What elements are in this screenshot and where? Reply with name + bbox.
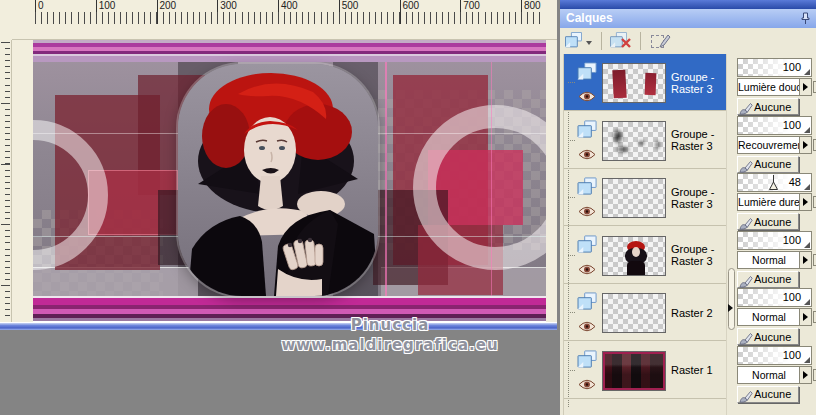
art-line — [385, 40, 387, 322]
palette-top-strip — [560, 0, 816, 9]
layer-thumbnail[interactable] — [602, 178, 666, 218]
delete-x-icon — [620, 37, 632, 49]
visibility-toggle-eye-icon[interactable] — [578, 376, 596, 387]
blend-mode-select[interactable]: Recouvrement — [737, 136, 812, 154]
tree-branch — [568, 82, 575, 83]
horizontal-ruler[interactable]: 0100200300400500600700800 — [12, 0, 557, 40]
tree-branch — [568, 255, 575, 256]
slider-corner-icon — [804, 184, 810, 190]
opacity-value: 100 — [783, 119, 801, 131]
link-button[interactable]: Aucune — [737, 386, 799, 403]
layer-thumbnail[interactable] — [602, 121, 666, 161]
layer-row[interactable]: Raster 2 — [564, 284, 727, 341]
art-line — [491, 40, 492, 322]
layer-name: Groupe - Raster 3 — [671, 54, 727, 111]
layer-type-icon — [578, 177, 599, 195]
layer-control-group: 100Lumière douceAucune — [735, 54, 816, 111]
blend-mode-value: Lumière dure — [738, 196, 800, 208]
blend-mode-select[interactable]: Normal — [737, 366, 812, 384]
art-rect — [33, 268, 198, 296]
layer-row[interactable]: Groupe - Raster 3 — [564, 169, 727, 226]
layer-thumbnail[interactable] — [602, 63, 666, 103]
opacity-slider[interactable]: 100 — [737, 346, 812, 365]
layer-type-icon — [578, 235, 599, 253]
layer-row[interactable]: Groupe - Raster 3 — [564, 112, 727, 169]
splitter-handle[interactable] — [728, 268, 735, 330]
slider-corner-icon — [804, 299, 810, 305]
visibility-toggle-eye-icon[interactable] — [578, 261, 596, 272]
layer-thumbnail[interactable] — [602, 293, 666, 333]
visibility-toggle-eye-icon[interactable] — [578, 203, 596, 214]
watermark-url: www.maldiregrafica.eu — [220, 336, 560, 354]
visibility-toggle-eye-icon[interactable] — [578, 318, 596, 329]
slider-corner-icon — [804, 242, 810, 248]
layer-control-group: 100RecouvrementAucune — [735, 112, 816, 169]
opacity-slider[interactable]: 100 — [737, 231, 812, 250]
layer-row[interactable]: Raster 1 — [564, 342, 727, 399]
opacity-value: 100 — [783, 291, 801, 303]
slider-corner-icon — [804, 357, 810, 363]
visibility-toggle-eye-icon[interactable] — [578, 146, 596, 157]
blend-mode-value: Normal — [738, 369, 800, 381]
ruler-corner — [0, 0, 12, 40]
blend-dropdown-arrow-icon[interactable] — [799, 194, 811, 210]
layer-name: Groupe - Raster 3 — [671, 112, 727, 169]
tree-branch — [568, 140, 575, 141]
layer-type-icon — [578, 350, 599, 368]
layer-control-group: 100NormalAucune — [735, 342, 816, 399]
portrait-frame — [178, 64, 378, 296]
blend-mode-select[interactable]: Lumière douce — [737, 78, 812, 96]
new-layer-dropdown-icon[interactable] — [586, 41, 592, 45]
panel-splitter[interactable] — [726, 54, 735, 415]
blend-mode-value: Lumière douce — [738, 81, 800, 93]
opacity-slider[interactable]: 100 — [737, 116, 812, 135]
layer-name: Groupe - Raster 3 — [671, 169, 727, 226]
layer-row[interactable]: Groupe - Raster 3 — [564, 227, 727, 284]
layer-type-icon — [578, 292, 599, 310]
layer-type-icon — [578, 120, 599, 138]
slider-corner-icon — [804, 69, 810, 75]
layer-control-group: 48Lumière dureAucune — [735, 169, 816, 226]
opacity-slider[interactable]: 48 — [737, 173, 812, 192]
watermark: Pinuccia www.maldiregrafica.eu — [220, 316, 560, 354]
toolbar-separator — [601, 32, 602, 50]
blend-dropdown-arrow-icon[interactable] — [799, 137, 811, 153]
opacity-value: 100 — [783, 349, 801, 361]
layer-thumbnail[interactable] — [602, 236, 666, 276]
opacity-slider[interactable]: 100 — [737, 58, 812, 77]
pencil-icon — [657, 34, 671, 48]
splitter-arrow-icon[interactable] — [728, 304, 733, 312]
blend-dropdown-arrow-icon[interactable] — [799, 252, 811, 268]
blend-mode-value: Recouvrement — [738, 139, 800, 151]
blend-mode-select[interactable]: Normal — [737, 308, 812, 326]
vertical-ruler[interactable] — [0, 40, 12, 322]
pin-icon[interactable] — [800, 12, 811, 25]
ruler-ticks — [1, 42, 10, 318]
layer-name: Raster 2 — [671, 284, 727, 341]
blend-mode-select[interactable]: Lumière dure — [737, 193, 812, 211]
link-button-label: Aucune — [754, 388, 791, 400]
blend-dropdown-arrow-icon[interactable] — [799, 367, 811, 383]
art-stripes-top — [33, 40, 546, 62]
blend-dropdown-arrow-icon[interactable] — [799, 79, 811, 95]
slider-corner-icon — [804, 127, 810, 133]
palette-titlebar[interactable]: Calques — [560, 9, 816, 28]
delete-layer-button[interactable] — [609, 31, 633, 51]
opacity-slider[interactable]: 100 — [737, 288, 812, 307]
tree-branch — [568, 197, 575, 198]
visibility-toggle-eye-icon[interactable] — [578, 88, 596, 99]
layer-name: Raster 1 — [671, 342, 727, 399]
layer-controls-column: 100Lumière douceAucune100RecouvrementAuc… — [735, 54, 816, 415]
blend-mode-value: Normal — [738, 254, 800, 266]
blend-mode-select[interactable]: Normal — [737, 251, 812, 269]
edit-selection-button[interactable] — [648, 31, 672, 51]
palette-title-label: Calques — [566, 11, 613, 25]
blend-dropdown-arrow-icon[interactable] — [799, 309, 811, 325]
opacity-value: 100 — [783, 234, 801, 246]
layer-thumbnail[interactable] — [602, 351, 666, 391]
layer-list: Groupe - Raster 3Groupe - Raster 3Groupe… — [563, 54, 726, 415]
layer-row[interactable]: Groupe - Raster 3 — [564, 54, 727, 111]
new-layer-button[interactable] — [564, 31, 594, 51]
layer-control-group: 100NormalAucune — [735, 284, 816, 341]
image-canvas[interactable] — [33, 40, 546, 322]
